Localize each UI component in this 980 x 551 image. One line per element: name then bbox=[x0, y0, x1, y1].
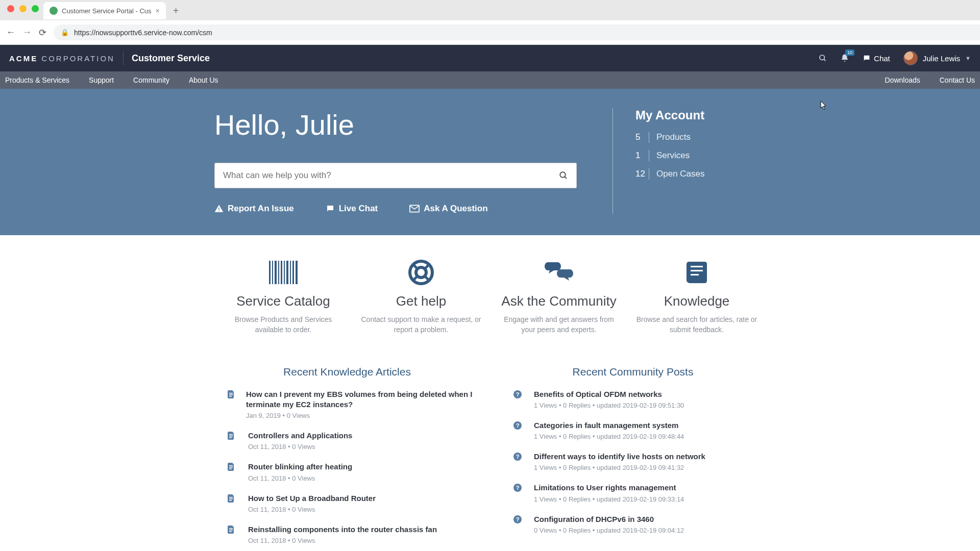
nav-products-services[interactable]: Products & Services bbox=[5, 76, 69, 84]
svg-rect-7 bbox=[275, 261, 277, 284]
ask-question-link[interactable]: Ask A Question bbox=[409, 204, 487, 214]
svg-text:?: ? bbox=[516, 516, 520, 522]
kb-item-title: Router blinking after heating bbox=[248, 462, 352, 472]
question-icon: ? bbox=[513, 389, 523, 409]
feature-desc: Contact support to make a request, or re… bbox=[360, 314, 482, 335]
hero-search bbox=[214, 163, 577, 188]
kb-item-title: Controllers and Applications bbox=[248, 431, 352, 441]
account-products-row[interactable]: 5 Products bbox=[635, 132, 766, 143]
svg-text:?: ? bbox=[516, 454, 520, 460]
svg-rect-13 bbox=[292, 261, 294, 284]
post-item-meta: 1 Views • 0 Replies • updated 2019-02-19… bbox=[534, 495, 684, 503]
svg-rect-8 bbox=[278, 261, 279, 284]
svg-point-16 bbox=[416, 267, 426, 278]
community-post-item[interactable]: ?Benefits of Optical OFDM networks1 View… bbox=[500, 389, 766, 409]
svg-rect-21 bbox=[691, 266, 703, 267]
chevron-down-icon: ▼ bbox=[965, 55, 971, 61]
svg-text:?: ? bbox=[516, 485, 520, 491]
hero-section: Hello, Julie Report An Issue Live Chat bbox=[0, 89, 980, 235]
nav-community[interactable]: Community bbox=[133, 76, 169, 84]
kb-article-item[interactable]: Reinstalling components into the router … bbox=[214, 524, 480, 544]
ask-question-label: Ask A Question bbox=[424, 204, 487, 214]
back-button[interactable]: ← bbox=[6, 27, 15, 38]
community-post-item[interactable]: ?Categories in fault management system1 … bbox=[500, 420, 766, 440]
notifications-icon[interactable]: 10 bbox=[840, 54, 849, 63]
svg-text:?: ? bbox=[516, 391, 520, 397]
feature-knowledge[interactable]: Knowledge Browse and search for articles… bbox=[635, 259, 758, 335]
forward-button[interactable]: → bbox=[22, 27, 32, 38]
nav-contact-us[interactable]: Contact Us bbox=[940, 76, 975, 84]
address-bar[interactable]: 🔒 https://nowsupporttv6.service-now.com/… bbox=[54, 24, 980, 40]
book-icon bbox=[635, 259, 758, 286]
svg-rect-27 bbox=[229, 434, 233, 435]
svg-line-3 bbox=[565, 177, 567, 179]
nav-support[interactable]: Support bbox=[89, 76, 114, 84]
svg-rect-29 bbox=[229, 437, 232, 438]
browser-tab[interactable]: Customer Service Portal - Cus × bbox=[43, 2, 166, 19]
quick-actions: Report An Issue Live Chat Ask A Question bbox=[214, 204, 577, 214]
browser-chrome: Customer Service Portal - Cus × + ← → ⟳ … bbox=[0, 0, 980, 45]
reload-button[interactable]: ⟳ bbox=[39, 27, 46, 38]
nav-about-us[interactable]: About Us bbox=[189, 76, 218, 84]
account-services-row[interactable]: 1 Services bbox=[635, 150, 766, 161]
account-products-count: 5 bbox=[635, 132, 649, 142]
brand-bold: ACME bbox=[9, 54, 38, 63]
feature-get-help[interactable]: Get help Contact support to make a reque… bbox=[360, 259, 482, 335]
feature-ask-community[interactable]: Ask the Community Engage with and get an… bbox=[498, 259, 620, 335]
nav-left: Products & Services Support Community Ab… bbox=[5, 76, 218, 84]
new-tab-button[interactable]: + bbox=[166, 5, 186, 17]
kb-item-title: How can I prevent my EBS volumes from be… bbox=[246, 389, 480, 410]
primary-nav: Products & Services Support Community Ab… bbox=[0, 71, 980, 89]
cursor-icon bbox=[820, 101, 827, 110]
svg-rect-26 bbox=[229, 396, 232, 397]
kb-article-item[interactable]: How to Set Up a Broadband RouterOct 11, … bbox=[214, 493, 480, 513]
svg-rect-11 bbox=[286, 261, 288, 284]
kb-article-item[interactable]: Controllers and ApplicationsOct 11, 2018… bbox=[214, 431, 480, 450]
features-row: Service Catalog Browse Products and Serv… bbox=[0, 235, 980, 353]
search-button[interactable] bbox=[550, 163, 577, 188]
kb-article-item[interactable]: How can I prevent my EBS volumes from be… bbox=[214, 389, 480, 420]
live-chat-link[interactable]: Live Chat bbox=[326, 204, 378, 214]
live-chat-label: Live Chat bbox=[339, 204, 378, 214]
svg-rect-32 bbox=[229, 468, 232, 469]
document-icon bbox=[228, 493, 237, 513]
search-icon[interactable] bbox=[819, 54, 827, 62]
tab-close-icon[interactable]: × bbox=[156, 7, 160, 15]
logo-area: ACME CORPORATION Customer Service bbox=[9, 51, 210, 65]
url-bar: ← → ⟳ 🔒 https://nowsupporttv6.service-no… bbox=[0, 20, 980, 45]
chat-icon bbox=[863, 54, 871, 62]
svg-rect-6 bbox=[272, 261, 273, 284]
brand-logo[interactable]: ACME CORPORATION bbox=[9, 54, 115, 63]
community-post-item[interactable]: ?Different ways to identify live hosts o… bbox=[500, 452, 766, 471]
chat-link[interactable]: Chat bbox=[863, 54, 890, 63]
brand-light: CORPORATION bbox=[41, 54, 115, 63]
kb-item-meta: Oct 11, 2018 • 0 Views bbox=[248, 474, 352, 482]
search-input[interactable] bbox=[214, 163, 550, 188]
svg-line-17 bbox=[413, 264, 417, 268]
warning-icon bbox=[214, 204, 224, 213]
svg-line-1 bbox=[824, 59, 825, 61]
user-menu[interactable]: Julie Lewis ▼ bbox=[903, 51, 971, 65]
svg-rect-14 bbox=[296, 261, 298, 284]
document-icon bbox=[228, 389, 235, 420]
recent-posts-column: Recent Community Posts ?Benefits of Opti… bbox=[500, 366, 766, 551]
svg-rect-5 bbox=[269, 261, 271, 284]
feature-service-catalog[interactable]: Service Catalog Browse Products and Serv… bbox=[222, 259, 345, 335]
svg-line-20 bbox=[425, 277, 429, 281]
svg-rect-31 bbox=[229, 467, 233, 468]
post-item-meta: 1 Views • 0 Replies • updated 2019-02-19… bbox=[534, 433, 684, 440]
feature-title: Ask the Community bbox=[498, 293, 620, 309]
account-open-cases-row[interactable]: 12 Open Cases bbox=[635, 168, 766, 180]
community-post-item[interactable]: ?Limitations to User rights management1 … bbox=[500, 483, 766, 503]
kb-article-item[interactable]: Router blinking after heatingOct 11, 201… bbox=[214, 462, 480, 482]
window-close-icon[interactable] bbox=[7, 5, 14, 12]
nav-downloads[interactable]: Downloads bbox=[885, 76, 920, 84]
report-issue-link[interactable]: Report An Issue bbox=[214, 204, 294, 214]
window-minimize-icon[interactable] bbox=[19, 5, 27, 12]
window-maximize-icon[interactable] bbox=[32, 5, 39, 12]
community-post-item[interactable]: ?Configuration of DHCPv6 in 34600 Views … bbox=[500, 514, 766, 534]
my-account-title: My Account bbox=[635, 108, 766, 122]
question-icon: ? bbox=[513, 452, 523, 471]
question-icon: ? bbox=[513, 514, 523, 534]
svg-rect-30 bbox=[229, 465, 233, 466]
